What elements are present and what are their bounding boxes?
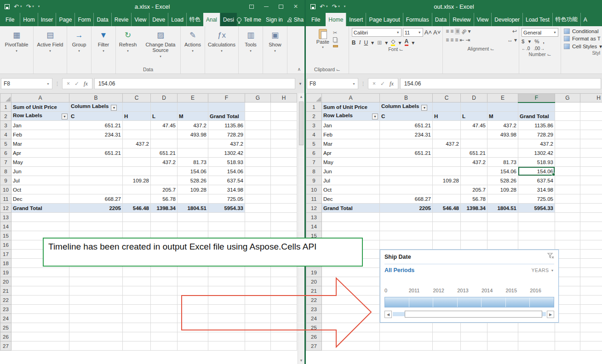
grid-cell-E26[interactable]	[487, 332, 518, 341]
grid-cell-H13[interactable]	[271, 213, 297, 222]
scroll-right-icon[interactable]: ▶	[547, 311, 554, 318]
align-bottom-icon[interactable]: ≡	[455, 28, 460, 34]
row-header-26[interactable]: 26	[0, 332, 11, 341]
grid-cell-H25[interactable]	[580, 323, 602, 332]
grid-cell-D10[interactable]: 205.7	[151, 185, 178, 194]
tab-review[interactable]: Review	[449, 13, 473, 26]
grid-cell-D13[interactable]	[151, 213, 178, 222]
row-header-13[interactable]: 13	[0, 213, 11, 222]
timeline-scrollbar[interactable]: ◀ ▶	[384, 310, 554, 318]
grid-cell-D1[interactable]	[461, 102, 487, 112]
grid-cell-D6[interactable]: 651.21	[151, 148, 178, 158]
grid-cell-E7[interactable]: 81.73	[487, 158, 518, 167]
grid-cell-H4[interactable]	[580, 130, 602, 139]
grid-cell-H10[interactable]	[271, 185, 297, 194]
align-right-icon[interactable]: ≡	[455, 37, 458, 43]
sign-in-button[interactable]: Sign in	[266, 17, 283, 23]
tab-deve[interactable]: Deve	[149, 13, 168, 26]
grid-cell-B26[interactable]	[69, 332, 123, 341]
grid-cell-A23[interactable]	[11, 305, 69, 314]
tab-特色[interactable]: 特色	[186, 13, 203, 26]
grid-cell-C1[interactable]	[433, 102, 461, 112]
grid-cell-H7[interactable]	[580, 158, 602, 167]
tab-desi[interactable]: Desi	[220, 13, 237, 26]
name-box[interactable]: F8▼	[1, 78, 52, 89]
grid-cell-F10[interactable]: 314.98	[208, 185, 245, 194]
grid-cell-D15[interactable]	[461, 231, 487, 240]
grid-cell-F3[interactable]: 1135.86	[518, 121, 555, 130]
grid-cell-H23[interactable]	[271, 305, 297, 314]
orientation-icon[interactable]: ab	[460, 28, 468, 35]
grid-cell-B5[interactable]	[380, 139, 433, 148]
fill-color-icon[interactable]: ◇	[391, 39, 395, 46]
grid-cell-B8[interactable]	[69, 167, 123, 176]
grid-cell-E25[interactable]	[487, 323, 518, 332]
grid-cell-E8[interactable]: 154.06	[178, 167, 208, 176]
grid-cell-C21[interactable]	[123, 286, 151, 296]
grid-cell-F8[interactable]: 154.06	[208, 167, 245, 176]
font-size-select[interactable]: 11▼	[403, 28, 423, 37]
grid-cell-D8[interactable]	[461, 167, 487, 176]
row-header-10[interactable]: 10	[306, 185, 322, 194]
grid-cell-D9[interactable]	[461, 176, 487, 185]
grid-cell-A26[interactable]	[322, 332, 380, 341]
scroll-thumb[interactable]	[405, 311, 542, 318]
column-header-a[interactable]: A	[11, 94, 69, 102]
grid-cell-B16[interactable]	[380, 240, 433, 250]
vertical-scrollbar[interactable]: ▲ ▼	[298, 93, 304, 364]
row-header-2[interactable]: 2	[0, 112, 11, 121]
grid-cell-F9[interactable]: 637.54	[518, 176, 555, 185]
grid-cell-C9[interactable]: 109.28	[123, 176, 151, 185]
grid-cell-B1[interactable]: Column Labels▼	[69, 102, 123, 112]
formula-input[interactable]: 154.06	[400, 78, 601, 89]
grid-cell-E6[interactable]	[178, 148, 208, 158]
row-header-15[interactable]: 15	[0, 231, 11, 240]
grid-cell-G27[interactable]	[245, 341, 271, 351]
copy-icon[interactable]	[333, 37, 337, 42]
bold-button[interactable]: B	[352, 40, 356, 46]
grid-cell-B14[interactable]	[69, 222, 123, 231]
row-header-23[interactable]: 23	[0, 305, 11, 314]
grid-cell-A24[interactable]	[11, 314, 69, 323]
grid-cell-A22[interactable]	[11, 296, 69, 305]
grid-cell-G11[interactable]	[245, 194, 271, 204]
grid-cell-F2[interactable]: Grand Total	[208, 112, 245, 121]
grid-cell-C6[interactable]	[123, 148, 151, 158]
grid-cell-G10[interactable]	[555, 185, 580, 194]
grid-cell-H24[interactable]	[271, 314, 297, 323]
grid-cell-B11[interactable]: 668.27	[380, 194, 433, 204]
grid-cell-F26[interactable]	[208, 332, 245, 341]
grid-cell-H17[interactable]	[580, 250, 602, 259]
grid-cell-C27[interactable]	[123, 341, 151, 351]
grid-cell-F13[interactable]	[208, 213, 245, 222]
pivot-filter-dropdown-icon[interactable]: ▼	[421, 105, 427, 111]
column-header-g[interactable]: G	[555, 94, 580, 102]
format-as-table-button[interactable]: Format as T	[564, 36, 602, 41]
column-header-e[interactable]: E	[178, 94, 208, 102]
grid-cell-A21[interactable]	[322, 286, 380, 296]
grid-cell-F1[interactable]	[208, 102, 245, 112]
tab-file[interactable]: File	[0, 13, 20, 26]
grid-cell-H5[interactable]	[271, 139, 297, 148]
grid-cell-G16[interactable]	[555, 240, 580, 250]
column-header-h[interactable]: H	[580, 94, 602, 102]
tab-formulas[interactable]: Formulas	[403, 13, 432, 26]
grid-cell-B23[interactable]	[69, 305, 123, 314]
row-header-7[interactable]: 7	[0, 158, 11, 167]
grid-cell-A27[interactable]	[11, 341, 69, 351]
grid-cell-H18[interactable]	[580, 259, 602, 268]
grid-cell-A14[interactable]	[322, 222, 380, 231]
grid-cell-A14[interactable]	[11, 222, 69, 231]
grid-cell-E5[interactable]	[487, 139, 518, 148]
tab-revie[interactable]: Revie	[111, 13, 132, 26]
grid-cell-A4[interactable]: Feb	[322, 130, 380, 139]
merge-center-icon[interactable]: ↔	[507, 37, 513, 43]
filter-button[interactable]: ▼Filter▾	[92, 29, 115, 54]
grid-cell-G4[interactable]	[555, 130, 580, 139]
grid-cell-F25[interactable]	[208, 323, 245, 332]
grid-cell-E20[interactable]	[178, 277, 208, 286]
grid-cell-C26[interactable]	[433, 332, 461, 341]
grid-cell-C20[interactable]	[123, 277, 151, 286]
grid-cell-H19[interactable]	[271, 268, 297, 277]
formula-input[interactable]: 154.06	[94, 78, 295, 89]
